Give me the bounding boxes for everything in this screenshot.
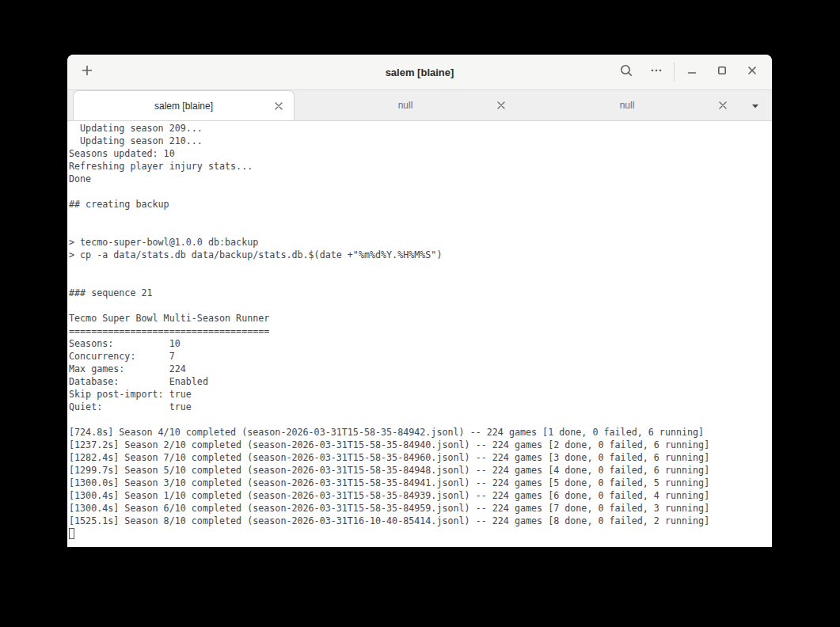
terminal-window: salem [blaine] <box>67 55 772 547</box>
terminal-line: ### sequence 21 <box>69 287 772 299</box>
terminal-line: ## creating backup <box>69 198 772 211</box>
menu-button[interactable] <box>641 62 671 82</box>
terminal-line: [1299.7s] Season 5/10 completed (season-… <box>69 464 772 477</box>
terminal-line: Quiet: true <box>69 401 772 413</box>
terminal-line: Updating season 210... <box>69 135 772 147</box>
terminal-line: [724.8s] Season 4/10 completed (season-2… <box>69 426 772 439</box>
minimize-button[interactable] <box>677 62 707 82</box>
titlebar[interactable]: salem [blaine] <box>67 55 772 90</box>
terminal-line: Updating season 209... <box>69 122 772 135</box>
tab-salem-blaine[interactable]: salem [blaine] <box>73 90 295 120</box>
tab-overflow-button[interactable] <box>738 90 772 120</box>
terminal-line: Skip post-import: true <box>69 388 772 401</box>
terminal-line <box>69 211 772 223</box>
close-icon <box>746 64 758 80</box>
terminal-line: Refreshing player injury stats... <box>69 160 772 173</box>
ellipsis-menu-icon <box>649 63 663 81</box>
terminal-line <box>69 261 772 274</box>
desktop-background: salem [blaine] <box>0 0 840 627</box>
terminal-line: Max games: 224 <box>69 363 772 375</box>
terminal-line <box>69 274 772 287</box>
terminal-line: > cp -a data/stats.db data/backup/stats.… <box>69 249 772 261</box>
terminal-screen[interactable]: Updating season 209... Updating season 2… <box>67 121 772 546</box>
maximize-icon <box>716 64 728 80</box>
minimize-icon <box>686 64 698 80</box>
tab-close-button[interactable] <box>494 98 508 112</box>
terminal-output: Updating season 209... Updating season 2… <box>69 122 772 527</box>
tab-label: null <box>398 100 413 111</box>
terminal-line: Seasons: 10 <box>69 337 772 350</box>
tab-close-button[interactable] <box>272 99 286 113</box>
search-button[interactable] <box>611 62 641 82</box>
new-tab-button[interactable] <box>77 62 97 82</box>
terminal-line <box>69 413 772 426</box>
tab-close-button[interactable] <box>716 98 730 112</box>
tab-null-1[interactable]: null <box>295 90 516 120</box>
terminal-line: [1300.0s] Season 3/10 completed (season-… <box>69 477 772 489</box>
terminal-line: Concurrency: 7 <box>69 350 772 363</box>
terminal-line: Tecmo Super Bowl Multi-Season Runner <box>69 312 772 325</box>
titlebar-separator <box>674 63 675 82</box>
tab-label: null <box>620 100 635 111</box>
terminal-line: Done <box>69 173 772 185</box>
terminal-line: ==================================== <box>69 325 772 337</box>
terminal-line: [1300.4s] Season 6/10 completed (season-… <box>69 502 772 515</box>
terminal-line: [1300.4s] Season 1/10 completed (season-… <box>69 489 772 502</box>
maximize-button[interactable] <box>707 62 737 82</box>
tab-null-2[interactable]: null <box>516 90 738 120</box>
terminal-line <box>69 223 772 236</box>
terminal-line: [1525.1s] Season 8/10 completed (season-… <box>69 515 772 527</box>
terminal-line: > tecmo-super-bowl@1.0.0 db:backup <box>69 236 772 249</box>
terminal-line: Seasons updated: 10 <box>69 147 772 160</box>
search-icon <box>619 63 633 81</box>
terminal-line <box>69 299 772 312</box>
terminal-cursor <box>69 528 74 539</box>
plus-icon <box>81 64 93 80</box>
terminal-line: Database: Enabled <box>69 375 772 388</box>
terminal-cursor-line <box>69 527 772 540</box>
terminal-line <box>69 185 772 198</box>
chevron-down-icon <box>751 98 760 112</box>
tab-bar: salem [blaine] null null <box>67 90 772 121</box>
terminal-line: [1237.2s] Season 2/10 completed (season-… <box>69 439 772 451</box>
close-button[interactable] <box>737 62 767 82</box>
terminal-line: [1282.4s] Season 7/10 completed (season-… <box>69 451 772 464</box>
titlebar-controls <box>611 55 767 89</box>
tab-label: salem [blaine] <box>154 101 213 112</box>
